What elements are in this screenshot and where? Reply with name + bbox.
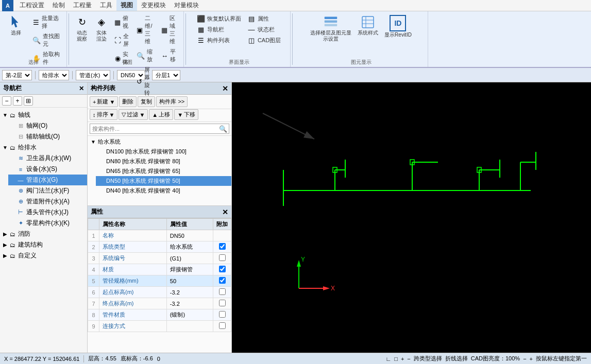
library-button[interactable]: 构件库 >>: [156, 96, 188, 107]
prop-checkbox-6[interactable]: [219, 288, 226, 295]
prop-value-6[interactable]: -3.2: [166, 287, 213, 298]
copy-component-button[interactable]: 复制: [138, 96, 155, 107]
tree-item-fire[interactable]: ▶ 🗂 消防: [0, 229, 87, 239]
sort-button[interactable]: ↕ 排序 ▼: [90, 109, 117, 120]
menu-quantities[interactable]: 工程量: [69, 0, 96, 11]
comp-item-water-supply[interactable]: ▼ 给水系统: [88, 137, 231, 147]
comp-item-dn80[interactable]: DN80 [给水系统 焊接钢管 80]: [96, 157, 231, 166]
polyline-select[interactable]: 折线选择: [445, 355, 468, 362]
prop-checkbox-2[interactable]: [219, 243, 226, 250]
menu-view[interactable]: 视图: [116, 0, 137, 11]
comp-item-dn100[interactable]: DN100 [给水系统 焊接钢管 100]: [96, 147, 231, 157]
brightness-plus[interactable]: +: [530, 356, 533, 362]
statusbar-button[interactable]: — 状态栏: [245, 24, 283, 34]
prop-checkbox-5[interactable]: [219, 277, 226, 284]
2d3d-button[interactable]: ▣ 二维/三维: [134, 13, 157, 46]
region-3d-button[interactable]: ▦ 区域三维: [159, 13, 181, 46]
dynamic-observe-button[interactable]: ↻ 动态观察: [73, 13, 91, 44]
prop-checkbox-3[interactable]: [219, 254, 226, 261]
restore-default-button[interactable]: ⬛ 恢复默认界面: [194, 13, 244, 24]
properties-label: 属性: [258, 15, 269, 23]
search-input[interactable]: [90, 124, 229, 134]
comp-item-dn50[interactable]: DN50 [给水系统 焊接钢管 50]: [96, 176, 231, 186]
tree-item-grid[interactable]: ⊞ 轴网(O): [8, 120, 87, 131]
screen-rotate-button[interactable]: ↺ 屏幕旋转: [134, 65, 157, 98]
prop-value-1[interactable]: DN50: [166, 230, 213, 241]
prop-check-2[interactable]: [213, 241, 231, 253]
prop-value-3[interactable]: (G1): [166, 253, 213, 264]
comp-list-toggle-label: 构件列表: [207, 37, 230, 44]
prop-value-8[interactable]: (锻制): [166, 309, 213, 321]
prop-value-2[interactable]: 给水系统: [166, 241, 213, 253]
tree-item-axis-root[interactable]: ▼ 🗂 轴线: [0, 110, 87, 120]
prop-check-8[interactable]: [213, 309, 231, 321]
properties-close[interactable]: ✕: [222, 208, 228, 216]
brightness-minus[interactable]: −: [523, 356, 526, 362]
nav-plus-btn[interactable]: +: [13, 96, 22, 106]
nav-refresh-btn[interactable]: ⊞: [24, 96, 33, 106]
floor-display-button[interactable]: 选择楼层及图元显示设置: [308, 13, 354, 44]
fullscreen-button[interactable]: ⛶ 全屏: [112, 31, 133, 49]
solid-render-button[interactable]: ◈ 实体渲染: [92, 13, 111, 44]
prop-num-7: 7: [88, 298, 99, 309]
cross-type-select[interactable]: 跨类型选择: [414, 355, 442, 362]
menu-tools[interactable]: 工具: [96, 0, 116, 11]
comp-item-dn65[interactable]: DN65 [给水系统 焊接钢管 65]: [96, 166, 231, 176]
prop-value-7[interactable]: -3.2: [166, 298, 213, 309]
canvas-area[interactable]: Y X: [232, 82, 591, 353]
prop-check-7[interactable]: [213, 298, 231, 309]
new-component-button[interactable]: + 新建 ▼: [90, 96, 118, 107]
floor-selector[interactable]: 第-2层: [2, 70, 32, 80]
batch-select-button[interactable]: ☰ 批量选择: [30, 13, 63, 31]
prop-value-5[interactable]: 50: [166, 275, 213, 287]
prop-check-5[interactable]: [213, 275, 231, 287]
move-down-button[interactable]: ▼ 下移: [174, 109, 198, 120]
tree-item-connector[interactable]: ⊢ 通头管件(水)(J): [8, 207, 87, 218]
prop-check-6[interactable]: [213, 287, 231, 298]
delete-component-button[interactable]: 删除: [119, 96, 137, 107]
prop-check-9[interactable]: [213, 321, 231, 332]
tree-item-misc[interactable]: ✦ 零星构件(水)(K): [8, 218, 87, 229]
top-view-button[interactable]: ▦ 俯视: [112, 13, 133, 31]
cad-layer-button[interactable]: ◫ CAD图层: [245, 35, 283, 45]
filter-button[interactable]: ▽ 过滤 ▼: [119, 109, 148, 120]
tree-item-aux-axis[interactable]: ⊟ 辅助轴线(O): [8, 131, 87, 142]
tree-item-pipe[interactable]: — 管道(水)(G): [8, 175, 87, 185]
tree-item-equipment[interactable]: ≡ 设备(水)(S): [8, 164, 87, 175]
move-up-button[interactable]: ▲ 上移: [149, 109, 173, 120]
comp-item-dn40[interactable]: DN40 [给水系统 焊接钢管 40]: [96, 186, 231, 196]
navbar-button[interactable]: ▦ 导航栏: [194, 24, 244, 34]
select-button[interactable]: 选择: [3, 13, 29, 38]
prop-check-3[interactable]: [213, 253, 231, 264]
system-selector[interactable]: 给排水: [39, 70, 69, 80]
prop-value-9[interactable]: [166, 321, 213, 332]
comp-list-close[interactable]: ✕: [222, 84, 228, 93]
nav-minus-btn[interactable]: −: [2, 96, 11, 106]
cad-brightness: CAD图亮度：100%: [471, 355, 520, 362]
prop-checkbox-8[interactable]: [219, 311, 226, 318]
prop-row-1: 1 名称 DN50: [88, 230, 231, 241]
navigator-title: 导航栏: [3, 84, 22, 93]
revit-id-button[interactable]: ID 显示RevitID: [382, 13, 414, 40]
find-element-button[interactable]: 🔍 查找图元: [30, 31, 63, 49]
properties-button[interactable]: ▤ 属性: [245, 13, 283, 24]
screen-rotate-icon: ↺: [137, 77, 142, 85]
menu-quantity-module[interactable]: 对量模块: [170, 0, 203, 11]
prop-checkbox-7[interactable]: [219, 300, 226, 306]
prop-check-4[interactable]: [213, 264, 231, 275]
menu-draw[interactable]: 绘制: [48, 0, 69, 11]
tree-item-pipe-accessory[interactable]: ⊕ 管道附件(水)(A): [8, 196, 87, 207]
prop-checkbox-9[interactable]: [219, 322, 226, 329]
move-up-icon: ▲: [152, 112, 158, 118]
tree-item-sanitary[interactable]: ≋ 卫生器具(水)(W): [8, 153, 87, 164]
system-style-button[interactable]: 系统样式: [355, 13, 381, 38]
tree-item-custom[interactable]: ▶ 🗂 自定义: [0, 250, 87, 261]
menu-change-module[interactable]: 变更模块: [137, 0, 170, 11]
tree-item-structure[interactable]: ▶ 🗂 建筑结构: [0, 239, 87, 250]
comp-list-toggle-button[interactable]: ☰ 构件列表: [194, 35, 244, 45]
tree-item-plumbing-root[interactable]: ▼ 🗂 给排水: [0, 142, 87, 153]
tree-item-valve[interactable]: ⊗ 阀门法兰(水)(F): [8, 185, 87, 196]
menu-project-settings[interactable]: 工程设置: [15, 0, 48, 11]
prop-checkbox-4[interactable]: [219, 266, 226, 272]
prop-value-4[interactable]: 焊接钢管: [166, 264, 213, 275]
